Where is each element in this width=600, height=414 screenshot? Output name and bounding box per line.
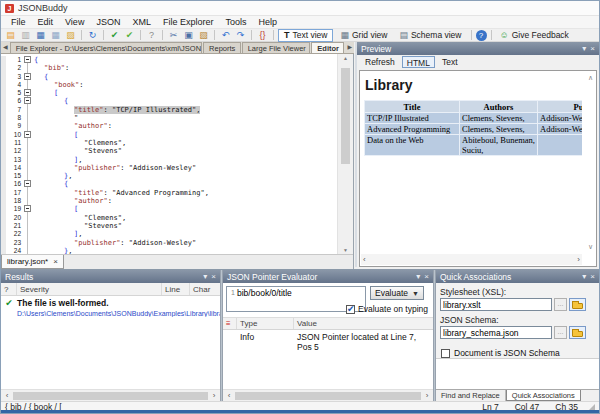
cut-icon[interactable]: ✂ xyxy=(167,29,180,41)
code-line-6[interactable]: 6{ xyxy=(1,97,337,105)
collapse-icon[interactable]: ▾ xyxy=(203,271,207,283)
open-stylesheet-button[interactable] xyxy=(569,298,586,311)
close-icon[interactable]: × xyxy=(211,271,216,283)
code-line-2[interactable]: 2"bib": xyxy=(1,64,337,72)
code-line-8[interactable]: 8" xyxy=(1,114,337,122)
code-line-17[interactable]: 17"title": "Advanced Programming", xyxy=(1,189,337,197)
menu-xml[interactable]: XML xyxy=(126,17,157,27)
open-folder-icon[interactable]: ▨ xyxy=(64,29,77,41)
chevron-down-icon[interactable]: ▼ xyxy=(412,290,419,297)
preview-html-button[interactable]: HTML xyxy=(402,56,435,68)
menu-edit[interactable]: Edit xyxy=(32,17,60,27)
open-schema-button[interactable] xyxy=(569,326,586,339)
scroll-left-icon[interactable]: ‹ xyxy=(363,255,366,264)
scroll-left-icon[interactable]: ‹ xyxy=(225,391,233,400)
fold-collapse-icon[interactable] xyxy=(24,73,31,80)
tab-scroll-left-icon[interactable]: ◀ xyxy=(1,42,10,53)
code-line-10[interactable]: 10[ xyxy=(1,131,337,139)
code-line-16[interactable]: 16{ xyxy=(1,180,337,188)
code-line-3[interactable]: 3{ xyxy=(1,73,337,81)
open-document-icon[interactable]: ▥ xyxy=(19,29,32,41)
code-line-9[interactable]: 9"author": xyxy=(1,122,337,130)
code-line-14[interactable]: 14"publisher": "Addison-Wesley" xyxy=(1,164,337,172)
scroll-right-icon[interactable]: › xyxy=(423,391,431,400)
code-line-23[interactable]: 23"publisher": "Addison-Wesley" xyxy=(1,239,337,247)
pointer-expression-input[interactable]: 1 bib/book/0/title xyxy=(226,286,366,312)
browse-button[interactable]: ... xyxy=(554,326,567,339)
evaluate-button[interactable]: Evaluate ▼ xyxy=(370,286,424,300)
tab-reports[interactable]: Reports xyxy=(203,42,241,53)
close-icon[interactable]: × xyxy=(590,43,595,55)
paste-icon[interactable]: ▧ xyxy=(197,29,210,41)
code-area[interactable]: 1{2"bib":3{4"book":5[6{7"title": "TCP/IP… xyxy=(1,54,337,254)
preview-refresh-button[interactable]: Refresh xyxy=(361,56,399,68)
code-line-19[interactable]: 19[ xyxy=(1,205,337,213)
collapse-icon[interactable]: ▾ xyxy=(416,271,420,283)
schema-input[interactable] xyxy=(440,326,552,339)
preview-horizontal-scrollbar[interactable]: ‹ › xyxy=(361,254,582,265)
stylesheet-input[interactable] xyxy=(440,298,552,311)
redo-icon[interactable]: ↷ xyxy=(234,29,247,41)
scroll-up-icon[interactable]: ∧ xyxy=(588,74,593,82)
results-file-path[interactable]: D:\Users\Clemens\Documents\JSONBuddy\Exa… xyxy=(1,310,220,317)
tab-quick-associations[interactable]: Quick Associations xyxy=(506,390,581,401)
document-is-schema-checkbox[interactable]: Document is JSON Schema xyxy=(441,348,599,358)
validate-document-icon[interactable]: ✔ xyxy=(108,29,121,41)
scroll-down-icon[interactable]: ∨ xyxy=(588,243,593,251)
tab-file-explorer[interactable]: File Explorer - D:\Users\Clemens\Documen… xyxy=(10,42,202,53)
fold-collapse-icon[interactable] xyxy=(24,89,31,96)
close-icon[interactable]: × xyxy=(53,257,58,266)
scrollbar-thumb[interactable] xyxy=(235,392,421,400)
fold-collapse-icon[interactable] xyxy=(24,180,31,187)
scrollbar-thumb[interactable] xyxy=(341,68,350,164)
evaluate-on-typing-checkbox[interactable]: Evaluate on typing xyxy=(346,304,428,314)
pointer-result-row[interactable]: Info JSON Pointer located at Line 7, Pos… xyxy=(223,332,433,352)
reload-document-icon[interactable]: ↻ xyxy=(86,29,99,41)
scroll-up-icon[interactable]: ▲ xyxy=(338,55,353,61)
undo-icon[interactable]: ↶ xyxy=(219,29,232,41)
code-line-18[interactable]: 18"author": xyxy=(1,197,337,205)
preview-text-button[interactable]: Text xyxy=(438,56,462,68)
browse-button[interactable]: ... xyxy=(554,298,567,311)
save-all-icon[interactable]: ▦ xyxy=(49,29,62,41)
code-line-5[interactable]: 5[ xyxy=(1,89,337,97)
results-row[interactable]: ✔ The file is well-formed. xyxy=(1,296,220,308)
help-icon[interactable]: ? xyxy=(476,30,487,41)
code-line-11[interactable]: 11"Clemens", xyxy=(1,139,337,147)
text-view-button[interactable]: TText view xyxy=(278,29,333,42)
code-line-24[interactable]: 24}, xyxy=(1,247,337,254)
code-line-13[interactable]: 13], xyxy=(1,156,337,164)
scrollbar-thumb[interactable] xyxy=(13,392,208,400)
code-line-21[interactable]: 21"Stevens" xyxy=(1,222,337,230)
code-line-15[interactable]: 15}, xyxy=(1,172,337,180)
scroll-right-icon[interactable]: › xyxy=(577,255,580,264)
copy-icon[interactable]: ▣ xyxy=(182,29,195,41)
code-line-7[interactable]: 7"title": "TCP/IP Illustrated", xyxy=(1,106,337,114)
tab-editor[interactable]: Editor xyxy=(311,42,344,53)
fold-collapse-icon[interactable] xyxy=(24,131,31,138)
code-line-22[interactable]: 22], xyxy=(1,230,337,238)
menu-file[interactable]: File xyxy=(5,17,32,27)
scroll-down-icon[interactable]: ▼ xyxy=(338,247,353,253)
collapse-icon[interactable]: ▾ xyxy=(582,271,586,283)
fold-collapse-icon[interactable] xyxy=(24,97,31,104)
give-feedback-button[interactable]: ☺ Give Feedback xyxy=(495,29,574,42)
tab-scroll-right-icon[interactable]: ▶ xyxy=(345,42,354,53)
close-icon[interactable]: × xyxy=(590,271,595,283)
menu-file-explorer[interactable]: File Explorer xyxy=(157,17,220,27)
scroll-right-icon[interactable]: › xyxy=(210,391,218,400)
editor-vertical-scrollbar[interactable]: ▲ ▼ xyxy=(337,54,353,254)
fold-collapse-icon[interactable] xyxy=(24,205,31,212)
check-well-formed-icon[interactable]: {} xyxy=(256,29,269,41)
grid-view-button[interactable]: ▦Grid view xyxy=(335,29,392,42)
pointer-horizontal-scrollbar[interactable]: ‹ › xyxy=(223,389,433,401)
close-icon[interactable]: × xyxy=(424,271,429,283)
results-horizontal-scrollbar[interactable]: ‹ › xyxy=(1,389,220,401)
code-line-20[interactable]: 20"Clemens", xyxy=(1,214,337,222)
validate-schema-icon[interactable]: ✔ xyxy=(123,29,136,41)
code-line-4[interactable]: 4"book": xyxy=(1,81,337,89)
schema-view-button[interactable]: ▤Schema view xyxy=(394,29,466,42)
collapse-icon[interactable]: ▾ xyxy=(582,43,586,55)
scroll-left-icon[interactable]: ‹ xyxy=(3,391,11,400)
tab-find-and-replace[interactable]: Find and Replace xyxy=(436,390,506,401)
